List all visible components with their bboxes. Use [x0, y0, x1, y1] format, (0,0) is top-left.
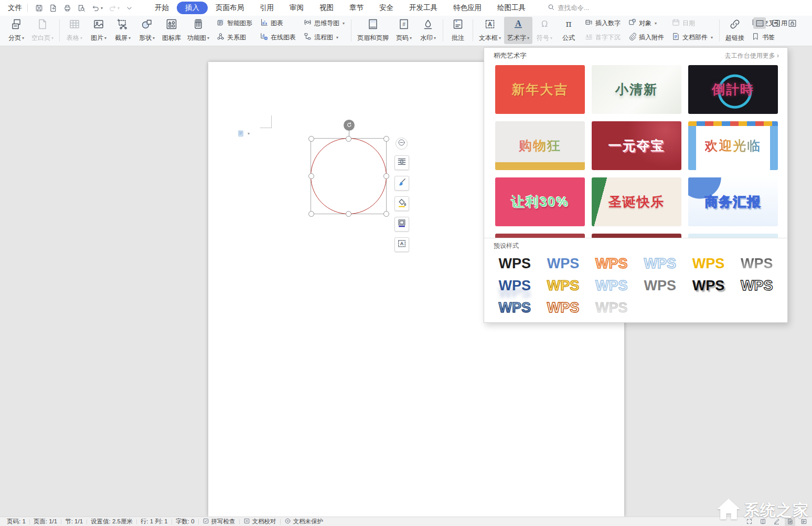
ribbon-button-日期[interactable]: 日期	[669, 17, 715, 29]
status-item[interactable]: 文档未保护	[281, 518, 327, 525]
preset-style-4[interactable]: WPS	[636, 253, 684, 275]
resize-handle[interactable]	[383, 173, 389, 179]
add-text-button[interactable]: A	[394, 237, 409, 252]
ribbon-button-艺术字[interactable]: A艺术字▾	[504, 17, 532, 44]
status-item[interactable]: 页码: 1	[3, 518, 29, 525]
rotate-handle[interactable]	[344, 120, 355, 131]
wordart-thumbnail-partial[interactable]	[688, 234, 778, 238]
ribbon-button-文本框[interactable]: A文本框▾	[476, 17, 504, 44]
preset-style-5[interactable]: WPS	[684, 253, 732, 275]
status-item[interactable]: 文档校对	[240, 518, 280, 525]
write-mode-button[interactable]	[771, 518, 782, 526]
resize-handle[interactable]	[346, 211, 351, 217]
ribbon-button-文档部件[interactable]: 文档部件▾	[669, 31, 715, 44]
preset-style-14[interactable]: WPS	[539, 297, 587, 319]
wordart-thumbnail[interactable]: 新年大吉	[495, 65, 585, 114]
fill-color-button[interactable]	[394, 196, 409, 211]
status-item[interactable]: 页面: 1/1	[30, 518, 61, 525]
resize-handle[interactable]	[308, 211, 314, 217]
ribbon-button-符号[interactable]: Ω符号▾	[532, 17, 557, 44]
outline-style-button[interactable]	[394, 217, 409, 232]
wordart-thumbnail[interactable]: 圣诞快乐	[592, 177, 681, 226]
wordart-more-link[interactable]: 去工作台使用更多 ›	[725, 51, 779, 60]
preset-style-11[interactable]: WPS	[684, 275, 732, 297]
resize-handle[interactable]	[308, 136, 314, 142]
print-button[interactable]	[61, 3, 73, 14]
ribbon-button-首字下沉[interactable]: A首字下沉	[582, 31, 623, 44]
wordart-thumbnail-partial[interactable]	[495, 234, 585, 238]
quickbar-more-button[interactable]	[123, 3, 135, 14]
wordart-thumbnail[interactable]: 欢迎光临	[688, 121, 778, 170]
tab-引用[interactable]: 引用	[252, 2, 282, 14]
ribbon-button-超链接[interactable]: 超链接	[722, 17, 747, 44]
wordart-thumbnail[interactable]: 让利30%	[495, 177, 585, 226]
tab-插入[interactable]: 插入	[177, 2, 208, 14]
redo-button[interactable]: ▾	[106, 3, 121, 14]
ribbon-button-分页[interactable]: 分页▾	[4, 17, 28, 44]
ribbon-button-图标库[interactable]: 图标库	[159, 17, 184, 44]
ribbon-button-公式[interactable]: π公式	[557, 17, 581, 44]
preset-style-7[interactable]: WPS	[490, 275, 539, 297]
ribbon-button-页眉和页脚[interactable]: 页眉和页脚	[354, 17, 392, 44]
frame-tool-button[interactable]	[753, 17, 766, 29]
wordart-thumbnail[interactable]: 购物狂	[495, 121, 585, 170]
ribbon-button-对象[interactable]: 对象▾	[626, 17, 666, 29]
ribbon-button-空白页[interactable]: 空白页▾	[28, 17, 57, 44]
resize-handle[interactable]	[308, 173, 314, 179]
tab-章节[interactable]: 章节	[341, 2, 371, 14]
outline-view-button[interactable]	[798, 518, 809, 526]
ribbon-button-插入附件[interactable]: 插入附件	[626, 31, 666, 44]
preset-style-2[interactable]: WPS	[539, 253, 587, 275]
save-button[interactable]	[33, 3, 45, 14]
lock-tool-button[interactable]	[786, 17, 798, 29]
print-preview-button[interactable]	[76, 3, 88, 14]
ribbon-button-页码[interactable]: #页码▾	[392, 17, 416, 44]
status-item[interactable]: 拼写检查	[199, 518, 239, 525]
tab-安全[interactable]: 安全	[371, 2, 401, 14]
resize-handle[interactable]	[346, 136, 351, 142]
preset-style-12[interactable]: WPS	[733, 275, 781, 297]
layout-options-button[interactable]	[394, 155, 409, 170]
preset-style-6[interactable]: WPS	[733, 253, 781, 275]
fullscreen-button[interactable]	[744, 518, 754, 526]
status-item[interactable]: 设置值: 2.5厘米	[87, 518, 136, 525]
object-anchor-button[interactable]: ▾	[237, 129, 250, 141]
page-view-button[interactable]	[785, 518, 795, 526]
resize-handle[interactable]	[383, 211, 389, 217]
preset-style-13[interactable]: WPS	[490, 297, 539, 319]
ribbon-button-图表[interactable]: 图表	[258, 17, 298, 29]
ribbon-button-截屏[interactable]: 截屏▾	[111, 17, 135, 44]
ribbon-button-插入数字[interactable]: 123插入数字	[582, 17, 623, 29]
ribbon-button-流程图[interactable]: 流程图▾	[301, 31, 347, 44]
read-mode-button[interactable]	[757, 518, 768, 526]
resize-handle[interactable]	[383, 136, 389, 142]
wordart-thumbnail[interactable]: 小清新	[592, 65, 681, 114]
ribbon-button-思维导图[interactable]: 思维导图▾	[301, 17, 347, 29]
ribbon-button-水印[interactable]: 水印▾	[416, 17, 440, 44]
ribbon-button-形状[interactable]: 形状▾	[135, 17, 159, 44]
ribbon-button-批注[interactable]: *批注	[446, 17, 470, 44]
ribbon-button-图片[interactable]: 图片▾	[87, 17, 111, 44]
red-circle-shape[interactable]	[311, 138, 387, 214]
wordart-thumbnail[interactable]: 一元夺宝	[592, 121, 681, 170]
preset-style-9[interactable]: WPS	[587, 275, 636, 297]
tab-特色应用[interactable]: 特色应用	[445, 2, 489, 14]
preset-style-10[interactable]: WPS	[636, 275, 684, 297]
tab-绘图工具[interactable]: 绘图工具	[489, 2, 533, 14]
wordart-thumbnail-partial[interactable]	[592, 234, 681, 238]
ribbon-button-书签[interactable]: 书签	[749, 31, 789, 44]
shape-selection-box[interactable]	[311, 138, 387, 214]
ribbon-button-关系图[interactable]: 关系图	[214, 31, 254, 44]
preset-style-8[interactable]: WPS	[539, 275, 587, 297]
tab-开始[interactable]: 开始	[147, 2, 177, 14]
wordart-thumbnail[interactable]: 倒計時	[688, 65, 778, 114]
command-search[interactable]: 查找命令...	[547, 3, 589, 13]
tab-页面布局[interactable]: 页面布局	[208, 2, 252, 14]
export-button[interactable]	[47, 3, 59, 14]
status-item[interactable]: 字数: 0	[172, 518, 198, 525]
preset-style-15[interactable]: WPS	[587, 297, 636, 319]
ribbon-button-表格[interactable]: 表格▾	[62, 17, 87, 44]
undo-button[interactable]: ▾	[90, 3, 104, 14]
wordart-thumbnail[interactable]: 商务汇报	[688, 177, 778, 226]
ribbon-button-智能图形[interactable]: 智能图形	[214, 17, 254, 29]
